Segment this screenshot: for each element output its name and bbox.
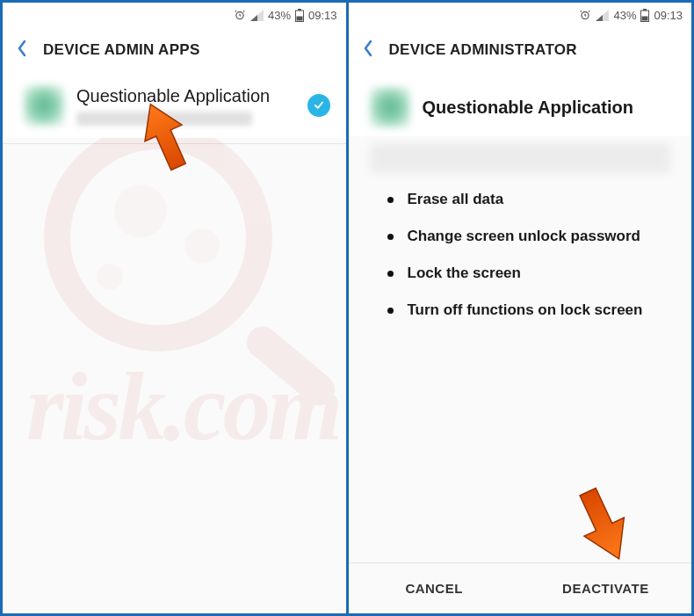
battery-text: 43% bbox=[268, 9, 291, 22]
bullet-icon bbox=[387, 308, 394, 314]
battery-text: 43% bbox=[613, 9, 636, 22]
back-icon[interactable] bbox=[363, 40, 373, 61]
clock-text: 09:13 bbox=[654, 9, 683, 22]
app-description-blurred bbox=[370, 143, 671, 173]
app-name-label: Questionable Application bbox=[76, 86, 307, 106]
permission-label: Erase all data bbox=[408, 191, 504, 208]
admin-app-row[interactable]: Questionable Application bbox=[3, 76, 346, 138]
alarm-icon bbox=[234, 9, 246, 21]
signal-icon bbox=[596, 10, 609, 21]
page-title: DEVICE ADMIN APPS bbox=[43, 41, 200, 59]
permission-item: Change screen unlock password bbox=[387, 228, 675, 245]
app-header: DEVICE ADMINISTRATOR bbox=[349, 27, 692, 76]
action-bar: CANCEL DEACTIVATE bbox=[349, 562, 692, 613]
permission-item: Lock the screen bbox=[387, 265, 675, 282]
bullet-icon bbox=[387, 271, 394, 277]
app-name-label: Questionable Application bbox=[423, 98, 633, 118]
bullet-icon bbox=[387, 234, 394, 240]
clock-text: 09:13 bbox=[308, 9, 337, 22]
cancel-button[interactable]: CANCEL bbox=[349, 563, 520, 613]
deactivate-button[interactable]: DEACTIVATE bbox=[520, 563, 691, 613]
permission-label: Change screen unlock password bbox=[408, 228, 640, 245]
permission-item: Erase all data bbox=[387, 191, 675, 208]
permission-label: Turn off functions on lock screen bbox=[408, 301, 643, 319]
svg-rect-7 bbox=[642, 16, 648, 20]
status-bar: 43% 09:13 bbox=[3, 3, 346, 27]
app-icon bbox=[370, 87, 410, 127]
svg-rect-3 bbox=[296, 16, 302, 20]
enabled-check-icon[interactable] bbox=[307, 94, 330, 117]
app-subtitle-blurred bbox=[76, 112, 252, 126]
app-icon bbox=[24, 85, 64, 126]
back-icon[interactable] bbox=[17, 40, 27, 61]
alarm-icon bbox=[579, 9, 591, 21]
permissions-list: Erase all data Change screen unlock pass… bbox=[349, 177, 692, 319]
permission-item: Turn off functions on lock screen bbox=[387, 301, 675, 319]
signal-icon bbox=[250, 10, 264, 21]
status-bar: 43% 09:13 bbox=[349, 3, 692, 27]
battery-icon bbox=[640, 9, 649, 22]
tutorial-arrow-icon bbox=[570, 482, 635, 569]
screen-device-administrator: 43% 09:13 DEVICE ADMINISTRATOR Questiona… bbox=[349, 3, 692, 613]
screen-device-admin-apps: 43% 09:13 DEVICE ADMIN APPS Questionable… bbox=[3, 3, 346, 613]
admin-app-header: Questionable Application bbox=[349, 76, 692, 136]
battery-icon bbox=[295, 9, 304, 22]
bullet-icon bbox=[387, 197, 394, 203]
row-divider bbox=[3, 143, 346, 144]
app-header: DEVICE ADMIN APPS bbox=[3, 27, 346, 76]
permission-label: Lock the screen bbox=[408, 265, 521, 282]
page-title: DEVICE ADMINISTRATOR bbox=[389, 41, 577, 59]
